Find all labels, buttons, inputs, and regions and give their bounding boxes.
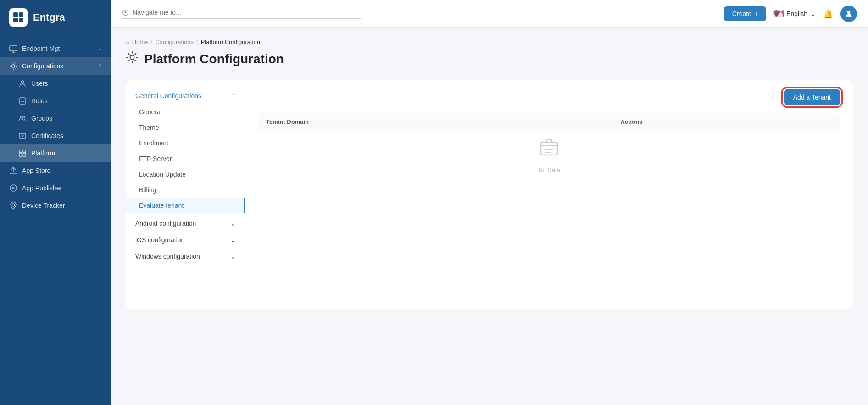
sidebar-label-configurations: Configurations xyxy=(22,62,63,70)
svg-rect-17 xyxy=(23,150,26,153)
config-section-windows-label: Windows configuration xyxy=(135,253,200,260)
create-button[interactable]: Create + xyxy=(724,6,766,21)
notification-bell-icon[interactable]: 🔔 xyxy=(823,9,833,19)
svg-point-15 xyxy=(22,135,23,137)
chevron-down-icon: ⌄ xyxy=(810,10,816,17)
config-section-general-label: General Configurations xyxy=(135,92,201,100)
breadcrumb: ⌂ Home / Configurations / Platform Confi… xyxy=(126,39,853,45)
sidebar-label-app-publisher: App Publisher xyxy=(22,184,62,192)
sidebar-label-endpoint-mgt: Endpoint Mgt xyxy=(22,45,60,52)
svg-point-13 xyxy=(23,116,25,118)
search-input[interactable] xyxy=(133,9,361,16)
no-data-text: No Data xyxy=(266,166,832,173)
config-menu-billing[interactable]: Billing xyxy=(126,182,245,198)
config-menu-ftp-server[interactable]: FTP Server xyxy=(126,151,245,166)
no-data-cell: No Data xyxy=(259,131,840,179)
content-area: ⌂ Home / Configurations / Platform Confi… xyxy=(111,28,868,405)
sidebar-item-platform[interactable]: Platform xyxy=(0,144,111,162)
sidebar-item-app-publisher[interactable]: App Publisher xyxy=(0,179,111,197)
sidebar-item-device-tracker[interactable]: Device Tracker xyxy=(0,197,111,214)
config-section-general-header[interactable]: General Configurations ⌃ xyxy=(126,88,245,104)
add-tenant-btn-wrapper: Add a Tenant xyxy=(258,89,840,105)
svg-point-22 xyxy=(847,11,851,14)
page-title-text: Platform Configuration xyxy=(144,52,284,67)
no-data-icon xyxy=(266,137,832,163)
svg-point-21 xyxy=(12,204,15,206)
sidebar: Entgra Endpoint Mgt ⌄ Configur xyxy=(0,0,111,405)
config-menu-evaluate-tenant[interactable]: Evaluate tenant xyxy=(126,198,245,213)
config-section-general: General Configurations ⌃ General Theme E… xyxy=(126,88,245,213)
sidebar-item-configurations[interactable]: Configurations ⌃ xyxy=(0,57,111,75)
topbar: ⦿ Create + 🇺🇸 English ⌄ 🔔 xyxy=(111,0,868,28)
svg-point-12 xyxy=(20,116,22,118)
svg-rect-0 xyxy=(13,12,18,17)
config-menu-enrolment[interactable]: Enrolment xyxy=(126,135,245,151)
roles-icon xyxy=(18,97,27,105)
svg-point-7 xyxy=(12,65,15,67)
svg-point-8 xyxy=(21,81,24,83)
config-section-windows[interactable]: Windows configuration ⌄ xyxy=(126,248,245,265)
language-label: English xyxy=(786,10,807,17)
col-tenant-domain: Tenant Domain xyxy=(259,113,613,131)
sidebar-item-endpoint-mgt[interactable]: Endpoint Mgt ⌄ xyxy=(0,40,111,57)
breadcrumb-current: Platform Configuration xyxy=(201,39,260,45)
sidebar-item-roles[interactable]: Roles xyxy=(0,92,111,110)
svg-rect-4 xyxy=(10,46,17,51)
platform-icon xyxy=(18,149,27,157)
config-menu-general[interactable]: General xyxy=(126,104,245,120)
svg-rect-3 xyxy=(19,18,23,22)
sidebar-item-certificates[interactable]: Certificates xyxy=(0,127,111,144)
svg-rect-16 xyxy=(19,150,22,153)
chevron-configurations: ⌃ xyxy=(98,63,102,69)
sidebar-logo: Entgra xyxy=(0,0,111,35)
search-wrapper: ⦿ xyxy=(122,9,361,19)
svg-rect-19 xyxy=(23,154,26,156)
page-title-gear-icon xyxy=(126,51,139,67)
plus-icon: + xyxy=(754,10,758,17)
config-section-android-label: Android configuration xyxy=(135,220,196,227)
breadcrumb-sep-2: / xyxy=(196,39,198,45)
sidebar-nav: Endpoint Mgt ⌄ Configurations ⌃ User xyxy=(0,35,111,219)
flag-icon: 🇺🇸 xyxy=(773,9,784,19)
config-panel: General Configurations ⌃ General Theme E… xyxy=(126,80,853,309)
svg-rect-18 xyxy=(19,154,22,156)
create-label: Create xyxy=(732,10,751,17)
table-empty-row: No Data xyxy=(259,131,840,179)
breadcrumb-sep-1: / xyxy=(151,39,153,45)
config-menu-location-update[interactable]: Location Update xyxy=(126,166,245,182)
sidebar-item-app-store[interactable]: App Store xyxy=(0,162,111,179)
sidebar-label-roles: Roles xyxy=(31,97,48,105)
language-selector[interactable]: 🇺🇸 English ⌄ xyxy=(773,9,816,19)
svg-rect-24 xyxy=(541,142,557,155)
svg-rect-2 xyxy=(13,18,18,22)
device-tracker-icon xyxy=(9,201,17,210)
sidebar-label-certificates: Certificates xyxy=(31,132,63,139)
certificates-icon xyxy=(18,132,27,140)
config-menu: General Configurations ⌃ General Theme E… xyxy=(126,80,245,309)
svg-rect-14 xyxy=(19,133,26,138)
groups-icon xyxy=(18,114,27,122)
app-logo-icon xyxy=(9,8,28,27)
main-content: ⦿ Create + 🇺🇸 English ⌄ 🔔 xyxy=(111,0,868,405)
app-store-icon xyxy=(9,166,17,175)
home-icon: ⌂ xyxy=(126,39,129,45)
config-section-android[interactable]: Android configuration ⌄ xyxy=(126,215,245,232)
users-icon xyxy=(18,79,27,88)
user-avatar[interactable] xyxy=(840,6,857,22)
breadcrumb-home[interactable]: Home xyxy=(132,39,148,45)
chevron-general-up: ⌃ xyxy=(231,93,236,99)
search-icon: ⦿ xyxy=(122,9,129,17)
sidebar-item-groups[interactable]: Groups xyxy=(0,110,111,127)
app-publisher-icon xyxy=(9,184,17,192)
endpoint-mgt-icon xyxy=(9,44,17,53)
config-section-ios[interactable]: iOS configuration ⌄ xyxy=(126,232,245,248)
sidebar-item-users[interactable]: Users xyxy=(0,75,111,92)
config-menu-theme[interactable]: Theme xyxy=(126,120,245,135)
breadcrumb-configurations[interactable]: Configurations xyxy=(155,39,194,45)
svg-rect-1 xyxy=(19,12,23,17)
config-right-panel: Add a Tenant Tenant Domain Actions xyxy=(245,80,853,309)
svg-rect-9 xyxy=(20,98,25,104)
chevron-android-down: ⌄ xyxy=(230,220,236,227)
sidebar-label-device-tracker: Device Tracker xyxy=(22,202,65,209)
add-tenant-button[interactable]: Add a Tenant xyxy=(784,89,840,105)
